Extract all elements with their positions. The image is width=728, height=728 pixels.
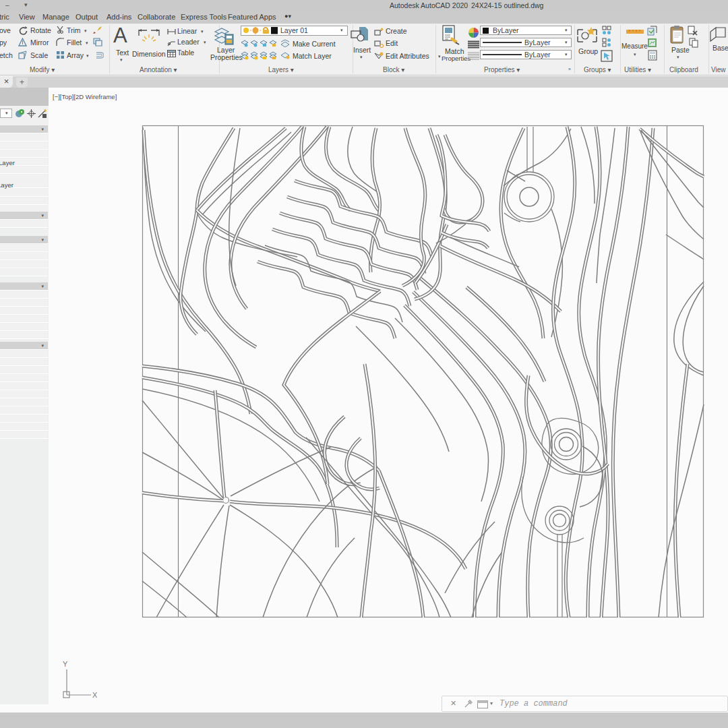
svg-text:Y: Y	[63, 660, 68, 668]
svg-text:X: X	[92, 691, 98, 699]
